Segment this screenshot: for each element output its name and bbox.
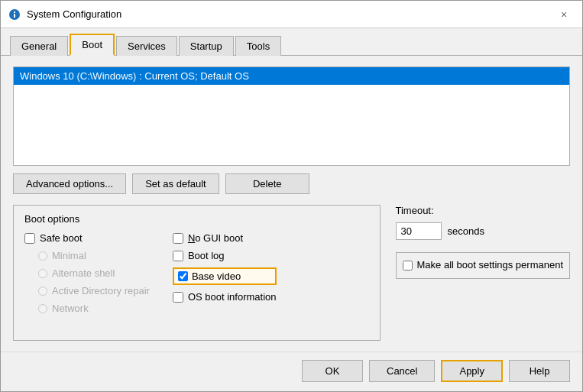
no-gui-boot-row: No GUI boot xyxy=(173,232,277,244)
tab-general[interactable]: General xyxy=(10,36,68,56)
boot-log-label: Boot log xyxy=(188,250,225,261)
content-area: Windows 10 (C:\Windows) : Current OS; De… xyxy=(1,56,582,352)
minimal-label: Minimal xyxy=(52,250,86,261)
active-directory-row: Active Directory repair xyxy=(38,285,150,296)
window-title: System Configuration xyxy=(27,8,121,20)
timeout-input[interactable] xyxy=(396,222,442,240)
safe-boot-row: Safe boot xyxy=(24,232,150,244)
svg-rect-1 xyxy=(14,11,15,13)
action-button-row: Advanced options... Set as default Delet… xyxy=(13,173,570,194)
apply-button[interactable]: Apply xyxy=(441,360,503,382)
tab-boot[interactable]: Boot xyxy=(70,34,115,56)
base-video-label: Base video xyxy=(192,271,241,282)
permanent-checkbox[interactable] xyxy=(403,261,413,271)
network-radio[interactable] xyxy=(38,304,47,313)
base-video-highlighted-row: Base video xyxy=(173,267,277,285)
os-list[interactable]: Windows 10 (C:\Windows) : Current OS; De… xyxy=(13,66,570,166)
ok-button[interactable]: OK xyxy=(302,360,363,382)
footer: OK Cancel Apply Help xyxy=(1,352,582,391)
minimal-radio[interactable] xyxy=(38,251,47,261)
app-icon xyxy=(8,8,21,21)
network-label: Network xyxy=(52,303,89,314)
safe-boot-checkbox[interactable] xyxy=(24,233,35,244)
help-button[interactable]: Help xyxy=(509,360,570,382)
boot-options-title: Boot options xyxy=(24,213,369,225)
tab-bar: General Boot Services Startup Tools xyxy=(1,28,582,56)
timeout-box: Timeout: seconds Make all boot settings … xyxy=(396,205,571,341)
os-boot-info-checkbox[interactable] xyxy=(173,292,183,303)
safe-boot-label: Safe boot xyxy=(40,232,83,244)
title-bar: System Configuration × xyxy=(1,1,582,28)
options-area: Boot options Safe boot Minimal xyxy=(13,205,570,341)
timeout-input-row: seconds xyxy=(396,222,571,240)
svg-rect-2 xyxy=(14,14,15,18)
options-columns: Safe boot Minimal Alternate shell A xyxy=(24,232,369,314)
no-gui-boot-label: No GUI boot xyxy=(188,232,243,244)
advanced-options-button[interactable]: Advanced options... xyxy=(13,173,126,194)
boot-log-row: Boot log xyxy=(173,250,277,261)
boot-options-box: Boot options Safe boot Minimal xyxy=(13,205,381,341)
active-directory-radio[interactable] xyxy=(38,287,47,296)
tab-services[interactable]: Services xyxy=(116,36,177,56)
close-button[interactable]: × xyxy=(553,7,575,22)
os-boot-info-row: OS boot information xyxy=(173,291,277,303)
base-video-checkbox[interactable] xyxy=(178,271,188,281)
alternate-shell-label: Alternate shell xyxy=(52,267,115,279)
no-gui-boot-checkbox[interactable] xyxy=(173,233,183,244)
timeout-unit: seconds xyxy=(448,225,484,237)
tab-tools[interactable]: Tools xyxy=(235,36,281,56)
options-left: Safe boot Minimal Alternate shell A xyxy=(24,232,150,314)
title-bar-left: System Configuration xyxy=(8,8,121,21)
os-boot-info-label: OS boot information xyxy=(188,291,277,303)
alternate-shell-row: Alternate shell xyxy=(38,267,150,279)
options-right: No GUI boot Boot log Base video OS xyxy=(173,232,277,314)
permanent-checkbox-row: Make all boot settings permanent xyxy=(396,252,571,279)
delete-button[interactable]: Delete xyxy=(225,173,309,194)
network-row: Network xyxy=(38,303,150,314)
permanent-label: Make all boot settings permanent xyxy=(417,259,564,272)
tab-startup[interactable]: Startup xyxy=(179,36,234,56)
system-configuration-window: System Configuration × General Boot Serv… xyxy=(0,0,583,392)
cancel-button[interactable]: Cancel xyxy=(369,360,435,382)
timeout-row: Timeout: xyxy=(396,205,571,216)
alternate-shell-radio[interactable] xyxy=(38,269,47,278)
os-list-item[interactable]: Windows 10 (C:\Windows) : Current OS; De… xyxy=(14,67,569,85)
timeout-label: Timeout: xyxy=(396,205,434,216)
minimal-row: Minimal xyxy=(38,250,150,261)
active-directory-label: Active Directory repair xyxy=(52,285,150,296)
set-as-default-button[interactable]: Set as default xyxy=(132,173,219,194)
boot-log-checkbox[interactable] xyxy=(173,251,183,261)
